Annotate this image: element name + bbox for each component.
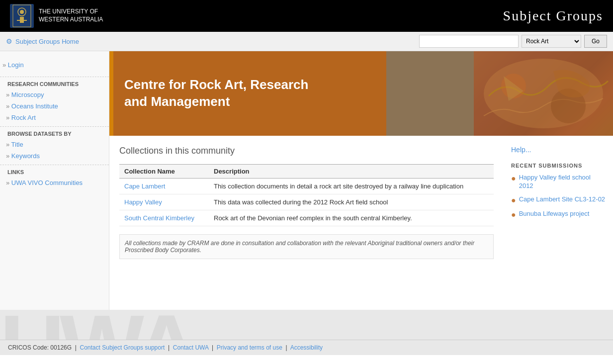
header-logo: THE UNIVERSITY OF WESTERN AUSTRALIA [10, 4, 103, 28]
recent-submissions-label: RECENT SUBMISSIONS [511, 163, 606, 169]
recent-link-1[interactable]: Cape Lambert Site CL3-12-02 [519, 195, 605, 204]
sidebar: Login RESEARCH COMMUNITIES Microscopy Oc… [0, 51, 109, 310]
collection-desc-1: This data was collected during the 2012 … [209, 194, 494, 210]
site-title: Subject Groups [503, 8, 603, 24]
sidebar-research-communities-label: RESEARCH COMMUNITIES [0, 77, 109, 89]
banner-image [474, 51, 613, 136]
col-desc-header: Description [209, 165, 494, 179]
table-row: Happy Valley This data was collected dur… [119, 194, 494, 210]
collections-title: Collections in this community [119, 146, 494, 156]
uwa-title: THE UNIVERSITY OF WESTERN AUSTRALIA [39, 8, 103, 23]
sidebar-browse-datasets-label: BROWSE DATASETS BY [0, 126, 109, 139]
help-link[interactable]: Help... [511, 146, 606, 154]
banner-text: Centre for Rock Art, Research and Manage… [109, 77, 308, 110]
sidebar-item-title[interactable]: Title [0, 139, 109, 150]
recent-link-0[interactable]: Happy Valley field school 2012 [519, 174, 606, 190]
watermark: UWA [0, 310, 194, 340]
recent-link-2[interactable]: Bunuba Lifeways project [519, 210, 590, 218]
cricos-text: CRICOS Code: 00126G [8, 344, 72, 351]
breadcrumb-left: ⚙ Subject Groups Home [6, 37, 79, 45]
recent-item-1: ● Cape Lambert Site CL3-12-02 [511, 195, 606, 205]
contact-uwa-link[interactable]: Contact UWA [173, 344, 209, 351]
search-area: Rock Art Title Keywords All Go [419, 35, 607, 48]
breadcrumb-bar: ⚙ Subject Groups Home Rock Art Title Key… [0, 32, 613, 51]
content: Centre for Rock Art, Research and Manage… [109, 51, 613, 310]
header: THE UNIVERSITY OF WESTERN AUSTRALIA Subj… [0, 0, 613, 32]
collection-name-0[interactable]: Cape Lambert [119, 179, 209, 194]
recent-bullet-icon: ● [511, 195, 516, 205]
recent-item-0: ● Happy Valley field school 2012 [511, 174, 606, 190]
footer: CRICOS Code: 00126G | Contact Subject Gr… [0, 340, 613, 355]
svg-rect-5 [17, 20, 27, 21]
collection-name-1[interactable]: Happy Valley [119, 194, 209, 210]
sidebar-item-keywords[interactable]: Keywords [0, 150, 109, 162]
recent-bullet-icon: ● [511, 210, 516, 219]
recent-item-2: ● Bunuba Lifeways project [511, 210, 606, 219]
banner-title: Centre for Rock Art, Research and Manage… [124, 77, 308, 110]
collections-table: Collection Name Description Cape Lambert… [119, 164, 494, 226]
privacy-link[interactable]: Privacy and terms of use [217, 344, 282, 351]
collection-desc-2: Rock art of the Devonian reef complex in… [209, 210, 494, 226]
accessibility-link[interactable]: Accessibility [290, 344, 323, 351]
breadcrumb-link[interactable]: Subject Groups Home [15, 38, 79, 45]
collections-section: Collections in this community Collection… [109, 136, 504, 269]
sidebar-item-microscopy[interactable]: Microscopy [0, 89, 109, 100]
collection-name-2[interactable]: South Central Kimberley [119, 210, 209, 226]
svg-point-3 [20, 10, 24, 14]
banner: Centre for Rock Art, Research and Manage… [109, 51, 613, 136]
table-row: South Central Kimberley Rock art of the … [119, 210, 494, 226]
col-name-header: Collection Name [119, 165, 209, 179]
main-layout: Login RESEARCH COMMUNITIES Microscopy Oc… [0, 51, 613, 310]
search-select[interactable]: Rock Art Title Keywords All [522, 35, 581, 48]
recent-bullet-icon: ● [511, 174, 516, 183]
content-row: Collections in this community Collection… [109, 136, 613, 269]
sidebar-item-oceans-institute[interactable]: Oceans Institute [0, 100, 109, 112]
sidebar-links-label: LINKS [0, 165, 109, 177]
sidebar-item-rock-art[interactable]: Rock Art [0, 112, 109, 123]
right-panel: Help... RECENT SUBMISSIONS ● Happy Valle… [504, 136, 613, 269]
collection-desc-0: This collection documents in detail a ro… [209, 179, 494, 194]
sidebar-item-uwa-vivo[interactable]: UWA VIVO Communities [0, 177, 109, 188]
table-row: Cape Lambert This collection documents i… [119, 179, 494, 194]
contact-subject-link[interactable]: Contact Subject Groups support [80, 344, 165, 351]
go-button[interactable]: Go [584, 35, 607, 48]
footer-bg: UWA [0, 310, 613, 340]
search-input[interactable] [419, 35, 519, 48]
collections-note: All collections made by CRARM are done i… [119, 234, 494, 259]
uwa-crest-icon [10, 4, 34, 28]
sidebar-login[interactable]: Login [0, 56, 109, 74]
home-icon: ⚙ [6, 37, 12, 45]
